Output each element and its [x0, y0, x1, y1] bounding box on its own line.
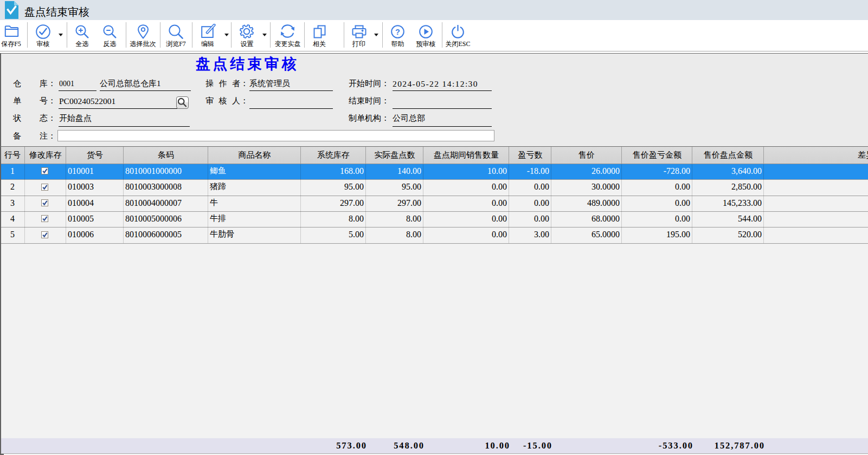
- svg-text:?: ?: [395, 27, 400, 36]
